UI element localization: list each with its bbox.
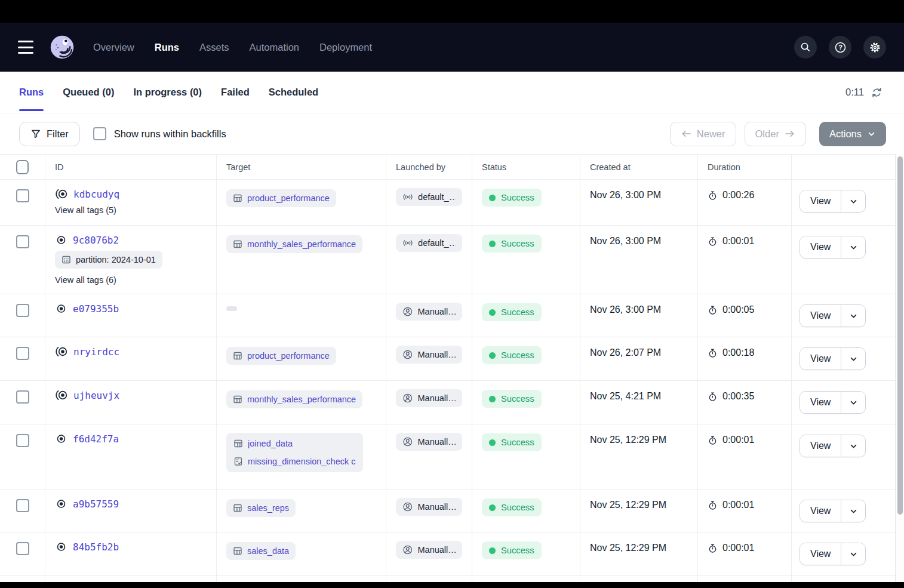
partial-cell (217, 576, 386, 582)
backfills-toggle[interactable]: Show runs within backfills (93, 127, 226, 140)
view-all-tags-link[interactable]: View all tags (6) (55, 275, 116, 285)
row-checkbox[interactable] (16, 189, 29, 202)
view-dropdown-button[interactable] (841, 543, 865, 565)
status-label: Success (501, 503, 534, 512)
table-row: ujheuvjx monthly_sales_performance Manua… (0, 381, 896, 424)
launched-by-tag[interactable]: Manuall… (396, 389, 462, 407)
backfills-checkbox[interactable] (93, 127, 106, 140)
cell-launched-by: Manuall… (386, 381, 472, 424)
view-dropdown-button[interactable] (841, 348, 865, 370)
help-button[interactable]: ? (829, 36, 851, 59)
target-tag[interactable]: monthly_sales_performance (226, 235, 362, 253)
view-dropdown-button[interactable] (841, 305, 865, 327)
actions-button[interactable]: Actions (819, 122, 886, 146)
launched-by-tag[interactable]: Manuall… (396, 498, 462, 516)
launched-by-tag[interactable]: default_… (396, 234, 462, 252)
search-button[interactable] (794, 36, 817, 59)
view-run-button[interactable]: View (800, 392, 841, 413)
nav-item-overview[interactable]: Overview (93, 42, 134, 53)
view-run-button[interactable]: View (800, 500, 841, 522)
row-checkbox[interactable] (16, 304, 29, 317)
dagster-logo[interactable] (49, 34, 75, 60)
view-dropdown-button[interactable] (841, 236, 865, 258)
cell-status: Success (472, 180, 580, 225)
row-checkbox[interactable] (16, 542, 29, 555)
newer-button[interactable]: Newer (670, 122, 736, 146)
target-tag[interactable]: product_performance (226, 347, 336, 365)
target-label: sales_reps (247, 503, 289, 513)
tab-failed[interactable]: Failed (221, 72, 250, 113)
settings-button[interactable] (863, 36, 886, 59)
view-all-tags-link[interactable]: View all tags (5) (55, 205, 116, 215)
filter-button[interactable]: Filter (19, 122, 80, 146)
hamburger-menu-button[interactable] (18, 41, 36, 54)
row-checkbox[interactable] (16, 390, 29, 404)
cell-target: monthly_sales_performance (217, 226, 386, 294)
launched-by-label: Manuall… (418, 307, 456, 316)
view-button-group: View (800, 190, 866, 213)
success-dot-icon (489, 195, 496, 201)
row-checkbox[interactable] (16, 499, 29, 512)
cell-created-at: Nov 25, 12:29 PM (580, 424, 698, 489)
tab-label: Scheduled (269, 87, 318, 98)
re-execution-run-icon (55, 346, 68, 358)
launched-by-tag[interactable]: Manuall… (396, 433, 462, 451)
run-id-link[interactable]: ujheuvjx (73, 390, 119, 401)
refresh-button[interactable] (871, 87, 883, 98)
view-dropdown-button[interactable] (841, 500, 865, 522)
cell-actions: View (792, 490, 896, 532)
cell-actions: View (792, 381, 896, 424)
run-id-link[interactable]: f6d42f7a (73, 433, 119, 445)
arrow-right-icon (785, 130, 795, 138)
row-checkbox[interactable] (16, 347, 29, 360)
help-icon: ? (834, 41, 847, 54)
run-id-link[interactable]: kdbcudyq (73, 189, 119, 200)
run-id-link[interactable]: e079355b (73, 303, 119, 315)
view-dropdown-button[interactable] (841, 392, 865, 413)
cell-target (217, 294, 386, 337)
view-run-button[interactable]: View (800, 435, 841, 457)
cell-select (0, 180, 45, 225)
vertical-scrollbar[interactable] (896, 154, 904, 582)
launched-by-label: Manuall… (418, 545, 456, 555)
user-icon (402, 501, 413, 512)
row-checkbox[interactable] (16, 434, 29, 447)
launched-by-tag[interactable]: Manuall… (396, 346, 462, 364)
view-dropdown-button[interactable] (841, 190, 865, 212)
tab-queued-0[interactable]: Queued (0) (63, 72, 114, 113)
target-tag[interactable]: monthly_sales_performance (226, 390, 362, 408)
cell-launched-by: Manuall… (386, 424, 472, 489)
tab-in-progress-0[interactable]: In progress (0) (133, 72, 202, 113)
target-tag[interactable]: sales_reps (226, 499, 296, 517)
nav-item-deployment[interactable]: Deployment (319, 42, 372, 53)
launched-by-tag[interactable]: default_… (396, 188, 462, 206)
view-run-button[interactable]: View (800, 348, 841, 370)
nav-item-runs[interactable]: Runs (155, 42, 179, 53)
row-checkbox[interactable] (16, 235, 29, 248)
target-tag-group[interactable]: joined_data missing_dimension_check c (226, 433, 363, 472)
run-id-link[interactable]: nryirdcc (73, 346, 119, 358)
run-id-link[interactable]: a9b57559 (73, 498, 119, 510)
run-id-link[interactable]: 84b5fb2b (73, 541, 119, 553)
view-run-button[interactable]: View (800, 236, 841, 258)
tab-scheduled[interactable]: Scheduled (269, 72, 318, 113)
partition-tag[interactable]: partition: 2024-10-01 (55, 251, 162, 269)
cell-select (0, 381, 45, 424)
nav-item-automation[interactable]: Automation (250, 42, 299, 53)
view-dropdown-button[interactable] (841, 435, 865, 457)
run-id-link[interactable]: 9c8076b2 (73, 235, 119, 246)
view-run-button[interactable]: View (800, 305, 841, 327)
launched-by-tag[interactable]: Manuall… (396, 303, 462, 321)
view-button-group: View (800, 500, 866, 522)
tab-runs[interactable]: Runs (19, 72, 44, 113)
select-all-checkbox[interactable] (16, 160, 29, 174)
older-button[interactable]: Older (745, 122, 806, 146)
launched-by-tag[interactable]: Manuall… (396, 541, 462, 559)
target-tag[interactable]: product_performance (226, 189, 336, 207)
view-run-button[interactable]: View (800, 543, 841, 565)
nav-item-assets[interactable]: Assets (199, 42, 229, 53)
target-tag[interactable]: sales_data (226, 542, 296, 560)
run-status-icon (55, 433, 67, 445)
scrollbar-thumb[interactable] (897, 156, 903, 515)
view-run-button[interactable]: View (800, 190, 841, 212)
